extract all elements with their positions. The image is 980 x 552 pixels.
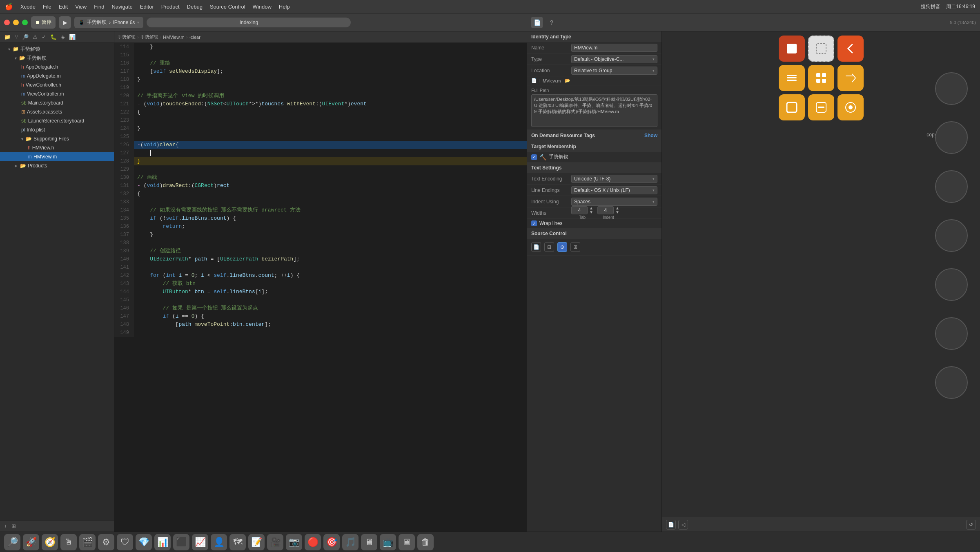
icon-btn-grid[interactable] — [808, 65, 834, 91]
nav-item-plist[interactable]: pl Info.plist — [0, 125, 114, 134]
menu-product[interactable]: Product — [161, 4, 180, 10]
menu-source-control[interactable]: Source Control — [210, 4, 245, 10]
run-button[interactable]: ▶ — [59, 16, 71, 29]
sc-file-icon[interactable]: 📄 — [531, 242, 541, 252]
dock-presentation[interactable]: 📊 — [154, 534, 171, 550]
nav-item-assets[interactable]: ⊞ Assets.xcassets — [0, 107, 114, 116]
menu-window[interactable]: Window — [253, 4, 272, 10]
icon-btn-tab[interactable] — [837, 65, 864, 91]
nav-item-products[interactable]: ▶ 📂 Products — [0, 161, 114, 170]
name-field[interactable] — [571, 44, 657, 52]
dock-photos[interactable]: 📷 — [286, 534, 302, 550]
menu-file[interactable]: File — [43, 4, 51, 10]
nav-warning-icon[interactable]: ⚠ — [32, 33, 38, 41]
encoding-dropdown[interactable]: Unicode (UTF-8) ▾ — [571, 175, 657, 183]
nav-item-viewcontroller-h[interactable]: h ViewController.h — [0, 80, 114, 89]
dock-finder[interactable]: 🔎 — [4, 534, 20, 550]
inspector-tab-quick[interactable]: ? — [546, 17, 557, 28]
scheme-selector[interactable]: 📱 手势解锁 › iPhone 6s ▾ — [74, 17, 143, 28]
add-file-icon[interactable]: + — [3, 522, 8, 530]
location-dropdown[interactable]: Relative to Group ▾ — [571, 67, 657, 75]
dock-music[interactable]: 🎵 — [342, 534, 359, 550]
nav-test-icon[interactable]: ✓ — [41, 33, 47, 41]
nav-report-icon[interactable]: 📊 — [68, 33, 76, 41]
dock-sysprefs[interactable]: ⚙ — [98, 534, 114, 550]
tab-width-input[interactable] — [571, 206, 588, 214]
dock-launchpad[interactable]: 🚀 — [23, 534, 39, 550]
file-chooser-icon[interactable]: 📂 — [565, 78, 570, 83]
nav-item-appdelegate-m[interactable]: m AppDelegate.m — [0, 71, 114, 80]
dock-powerpoint[interactable]: 🔴 — [305, 534, 321, 550]
breadcrumb-item-0[interactable]: 手势解锁 — [118, 34, 136, 40]
icon-btn-stop[interactable] — [779, 36, 805, 62]
dock-sketch[interactable]: 💎 — [136, 534, 152, 550]
nav-item-launchscreen[interactable]: sb LaunchScreen.storyboard — [0, 116, 114, 125]
menu-xcode[interactable]: Xcode — [20, 4, 36, 10]
dock-misc2[interactable]: 📺 — [380, 534, 396, 550]
tab-down-icon[interactable]: ▼ — [589, 210, 593, 214]
show-button[interactable]: Show — [644, 133, 657, 138]
dock-security[interactable]: 🛡 — [117, 534, 133, 550]
dock-maps[interactable]: 🗺 — [229, 534, 246, 550]
nav-item-hmview-m[interactable]: m HMView.m — [0, 152, 114, 161]
dock-mouse[interactable]: 🖱 — [60, 534, 77, 550]
indent-down-icon[interactable]: ▼ — [615, 210, 619, 214]
nav-folder-icon[interactable]: 📁 — [3, 33, 11, 41]
dock-terminal[interactable]: ⬛ — [173, 534, 189, 550]
nav-item-project[interactable]: ▾ 📂 手势解锁 — [0, 53, 114, 62]
apple-menu[interactable]: 🍎 — [5, 3, 13, 11]
bottom-left-angle-icon[interactable]: ◁ — [678, 520, 688, 530]
dock-trash[interactable]: 🗑 — [417, 534, 434, 550]
menu-editor[interactable]: Editor — [140, 4, 154, 10]
breadcrumb-item-1[interactable]: 手势解锁 — [140, 34, 158, 40]
breadcrumb-item-3[interactable]: -clear — [189, 35, 200, 40]
nav-git-icon[interactable]: ⑂ — [14, 33, 19, 41]
indent-width-input[interactable] — [597, 206, 614, 214]
menu-find[interactable]: Find — [94, 4, 104, 10]
indent-using-dropdown[interactable]: Spaces ▾ — [571, 198, 657, 206]
dock-keynote[interactable]: 🎯 — [323, 534, 340, 550]
bottom-file-icon[interactable]: 📄 — [666, 520, 676, 530]
target-checkbox[interactable]: ✓ — [531, 154, 537, 160]
close-button[interactable] — [4, 20, 10, 25]
sc-blame-icon[interactable]: ⊞ — [570, 242, 580, 252]
breadcrumb-item-2[interactable]: HMView.m — [163, 35, 184, 40]
nav-debug-icon[interactable]: 🐛 — [49, 33, 58, 41]
bottom-refresh-icon[interactable]: ↺ — [966, 520, 976, 530]
type-dropdown[interactable]: Default - Objective-C... ▾ — [571, 55, 657, 63]
stop-button[interactable]: ⏹ 暂停 — [31, 16, 56, 29]
wrap-lines-checkbox[interactable]: ✓ — [531, 220, 537, 226]
editor-content[interactable]: 114 } 115 116 // 重绘 117 [self setNeedsDi… — [114, 43, 527, 532]
icon-btn-back[interactable] — [837, 36, 864, 62]
icon-btn-circle-dot[interactable] — [837, 94, 864, 120]
nav-item-hmview-h[interactable]: h HMView.h — [0, 143, 114, 152]
menu-help[interactable]: Help — [279, 4, 290, 10]
nav-search-icon[interactable]: 🔎 — [21, 33, 29, 41]
sc-diff-icon[interactable]: ⊟ — [544, 242, 554, 252]
dock-safari[interactable]: 🧭 — [42, 534, 58, 550]
menu-view[interactable]: View — [75, 4, 87, 10]
icon-btn-list[interactable] — [779, 65, 805, 91]
menu-edit[interactable]: Edit — [59, 4, 68, 10]
dock-quicktime[interactable]: 🎬 — [79, 534, 96, 550]
nav-item-viewcontroller-m[interactable]: m ViewController.m — [0, 89, 114, 98]
icon-btn-minus-square[interactable] — [808, 94, 834, 120]
dock-misc3[interactable]: 🖥 — [399, 534, 415, 550]
code-editor[interactable]: 114 } 115 116 // 重绘 117 [self setNeedsDi… — [114, 43, 527, 532]
menu-debug[interactable]: Debug — [187, 4, 203, 10]
menu-navigate[interactable]: Navigate — [111, 4, 132, 10]
endings-dropdown[interactable]: Default - OS X / Unix (LF) ▾ — [571, 186, 657, 194]
nav-breakpoint-icon[interactable]: ◈ — [60, 33, 66, 41]
dock-misc1[interactable]: 🖥 — [361, 534, 377, 550]
maximize-button[interactable] — [22, 20, 28, 25]
nav-item-appdelegate-h[interactable]: h AppDelegate.h — [0, 62, 114, 71]
dock-activity[interactable]: 📈 — [192, 534, 208, 550]
icon-btn-dashed[interactable] — [808, 36, 834, 62]
dock-contacts[interactable]: 👤 — [211, 534, 227, 550]
sc-history-icon[interactable]: ⊙ — [557, 242, 567, 252]
dock-notes[interactable]: 📝 — [248, 534, 265, 550]
filter-icon[interactable]: ⊞ — [11, 522, 17, 530]
dock-imovie[interactable]: 🎥 — [267, 534, 283, 550]
nav-item-root[interactable]: ▾ 📁 手势解锁 — [0, 45, 114, 53]
nav-item-main-storyboard[interactable]: sb Main.storyboard — [0, 98, 114, 107]
